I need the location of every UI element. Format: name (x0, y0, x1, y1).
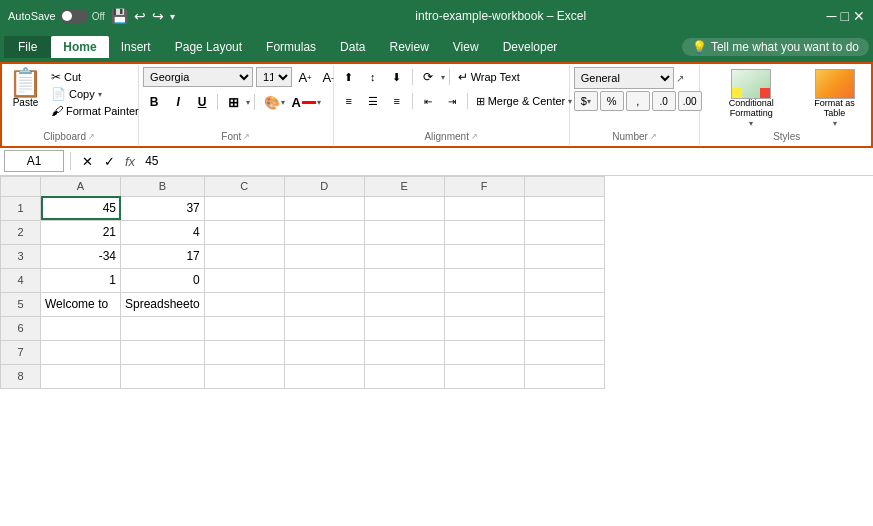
comma-style-button[interactable]: , (626, 91, 650, 111)
autosave-toggle[interactable] (60, 9, 88, 23)
col-header-B[interactable]: B (121, 176, 205, 196)
undo-icon[interactable]: ↩ (134, 8, 146, 24)
cell-E5[interactable] (364, 292, 444, 316)
decrease-decimal-button[interactable]: .00 (678, 91, 702, 111)
cell-extra-6[interactable] (524, 316, 604, 340)
format-painter-button[interactable]: 🖌 Format Painter (49, 103, 141, 119)
underline-button[interactable]: U (191, 91, 213, 113)
cell-C3[interactable] (204, 244, 284, 268)
tab-review[interactable]: Review (377, 36, 440, 58)
copy-dropdown-arrow[interactable]: ▾ (98, 90, 102, 99)
cell-A7[interactable] (41, 340, 121, 364)
cell-E8[interactable] (364, 364, 444, 388)
cell-B5[interactable]: Spreadsheeto (121, 292, 205, 316)
bold-button[interactable]: B (143, 91, 165, 113)
tell-me-input[interactable]: 💡 Tell me what you want to do (682, 38, 869, 56)
format-as-table-dropdown[interactable]: ▾ (833, 119, 837, 128)
row-header-2[interactable]: 2 (1, 220, 41, 244)
tab-formulas[interactable]: Formulas (254, 36, 328, 58)
fill-color-dropdown[interactable]: ▾ (281, 98, 285, 107)
cell-C6[interactable] (204, 316, 284, 340)
paste-button[interactable]: 📋 Paste (4, 67, 47, 110)
tab-insert[interactable]: Insert (109, 36, 163, 58)
increase-indent-button[interactable]: ⇥ (441, 91, 463, 111)
cell-E4[interactable] (364, 268, 444, 292)
font-expand-icon[interactable]: ↗ (243, 132, 250, 141)
cell-A4[interactable]: 1 (41, 268, 121, 292)
cell-D6[interactable] (284, 316, 364, 340)
cell-F7[interactable] (444, 340, 524, 364)
col-header-D[interactable]: D (284, 176, 364, 196)
cell-C4[interactable] (204, 268, 284, 292)
cell-C2[interactable] (204, 220, 284, 244)
tab-home[interactable]: Home (51, 36, 108, 58)
maximize-icon[interactable]: □ (841, 8, 849, 24)
cell-extra-3[interactable] (524, 244, 604, 268)
borders-dropdown-arrow[interactable]: ▾ (246, 98, 250, 107)
cell-B8[interactable] (121, 364, 205, 388)
cell-D3[interactable] (284, 244, 364, 268)
row-header-4[interactable]: 4 (1, 268, 41, 292)
conditional-formatting-button[interactable]: Conditional Formatting ▾ (704, 67, 798, 130)
close-icon[interactable]: ✕ (853, 8, 865, 24)
cell-extra-4[interactable] (524, 268, 604, 292)
align-middle-button[interactable]: ↕ (362, 67, 384, 87)
align-left-button[interactable]: ≡ (338, 91, 360, 111)
cell-B6[interactable] (121, 316, 205, 340)
autosave-control[interactable]: AutoSave Off (8, 9, 105, 23)
col-header-C[interactable]: C (204, 176, 284, 196)
currency-button[interactable]: $ ▾ (574, 91, 598, 111)
number-format-select[interactable]: General Number Currency Percentage (574, 67, 674, 89)
currency-dropdown[interactable]: ▾ (587, 97, 591, 106)
number-expand-icon[interactable]: ↗ (650, 132, 657, 141)
cell-extra-5[interactable] (524, 292, 604, 316)
borders-button[interactable]: ⊞ (222, 91, 244, 113)
align-top-button[interactable]: ⬆ (338, 67, 360, 87)
alignment-expand-icon[interactable]: ↗ (471, 132, 478, 141)
cell-E1[interactable] (364, 196, 444, 220)
fill-color-button[interactable]: 🎨 ▾ (259, 91, 289, 113)
clipboard-expand-icon[interactable]: ↗ (88, 132, 95, 141)
cell-D5[interactable] (284, 292, 364, 316)
row-header-3[interactable]: 3 (1, 244, 41, 268)
cell-reference-input[interactable] (4, 150, 64, 172)
text-direction-button[interactable]: ⟳ (417, 67, 439, 87)
font-family-select[interactable]: Georgia Arial Calibri (143, 67, 253, 87)
cell-F1[interactable] (444, 196, 524, 220)
cell-C5[interactable] (204, 292, 284, 316)
cell-C1[interactable] (204, 196, 284, 220)
cell-A3[interactable]: -34 (41, 244, 121, 268)
font-color-button[interactable]: A ▾ (291, 91, 321, 113)
cell-D1[interactable] (284, 196, 364, 220)
increase-decimal-button[interactable]: .0 (652, 91, 676, 111)
tab-page-layout[interactable]: Page Layout (163, 36, 254, 58)
row-header-8[interactable]: 8 (1, 364, 41, 388)
tab-file[interactable]: File (4, 36, 51, 58)
cell-F6[interactable] (444, 316, 524, 340)
decrease-indent-button[interactable]: ⇤ (417, 91, 439, 111)
cell-F2[interactable] (444, 220, 524, 244)
cell-F4[interactable] (444, 268, 524, 292)
cell-B3[interactable]: 17 (121, 244, 205, 268)
cell-F5[interactable] (444, 292, 524, 316)
col-header-A[interactable]: A (41, 176, 121, 196)
cell-D4[interactable] (284, 268, 364, 292)
font-color-dropdown[interactable]: ▾ (317, 98, 321, 107)
cell-C8[interactable] (204, 364, 284, 388)
cell-C7[interactable] (204, 340, 284, 364)
font-size-select[interactable]: 11 10 12 14 (256, 67, 292, 87)
align-center-button[interactable]: ☰ (362, 91, 384, 111)
col-header-extra[interactable] (524, 176, 604, 196)
row-header-7[interactable]: 7 (1, 340, 41, 364)
cell-F3[interactable] (444, 244, 524, 268)
cell-A8[interactable] (41, 364, 121, 388)
number-format-dropdown[interactable]: ↗ (676, 73, 684, 84)
row-header-6[interactable]: 6 (1, 316, 41, 340)
cut-button[interactable]: ✂ Cut (49, 69, 141, 85)
cell-extra-8[interactable] (524, 364, 604, 388)
cell-B7[interactable] (121, 340, 205, 364)
row-header-1[interactable]: 1 (1, 196, 41, 220)
cell-E2[interactable] (364, 220, 444, 244)
tab-data[interactable]: Data (328, 36, 377, 58)
formula-cancel-button[interactable]: ✕ (77, 151, 97, 171)
